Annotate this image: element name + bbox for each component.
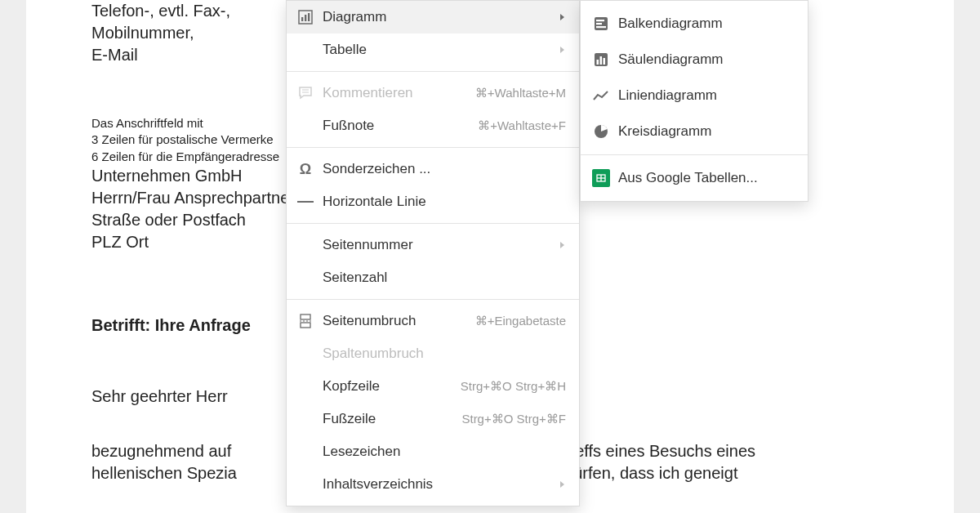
menu-label: Fußnote bbox=[323, 118, 468, 134]
insert-menu: Diagramm Tabelle Kommentieren ⌘+Wahltast… bbox=[286, 0, 580, 506]
menu-item-tabelle[interactable]: Tabelle bbox=[287, 33, 579, 66]
menu-item-seitenzahl[interactable]: Seitenzahl bbox=[287, 261, 579, 294]
submenu-item-balkendiagramm[interactable]: Balkendiagramm bbox=[581, 6, 808, 42]
svg-rect-1 bbox=[301, 17, 303, 21]
menu-label: Seitenumbruch bbox=[323, 313, 466, 329]
menu-label: Säulendiagramm bbox=[618, 51, 791, 68]
submenu-item-liniendiagramm[interactable]: Liniendiagramm bbox=[581, 78, 808, 114]
svg-rect-7 bbox=[301, 314, 310, 319]
menu-separator bbox=[287, 223, 579, 224]
menu-label: Horizontale Linie bbox=[323, 194, 566, 210]
blank-icon bbox=[296, 475, 314, 493]
horizontal-line-icon bbox=[296, 193, 314, 211]
menu-shortcut: ⌘+Wahltaste+M bbox=[475, 86, 566, 100]
menu-label: Liniendiagramm bbox=[618, 87, 791, 104]
svg-rect-15 bbox=[597, 60, 599, 65]
menu-label: Sonderzeichen ... bbox=[323, 161, 566, 177]
blank-icon bbox=[296, 410, 314, 428]
svg-rect-3 bbox=[308, 13, 310, 21]
menu-label: Diagramm bbox=[323, 9, 550, 25]
blank-icon bbox=[296, 269, 314, 287]
menu-item-lesezeichen[interactable]: Lesezeichen bbox=[287, 435, 579, 468]
menu-item-fusszeile[interactable]: Fußzeile Strg+⌘O Strg+⌘F bbox=[287, 403, 579, 435]
svg-rect-12 bbox=[596, 23, 602, 25]
bar-chart-horizontal-icon bbox=[592, 15, 610, 33]
column-chart-icon bbox=[592, 51, 610, 69]
menu-item-spaltenumbruch: Spaltenumbruch bbox=[287, 337, 579, 370]
submenu-item-google-tabellen[interactable]: Aus Google Tabellen... bbox=[581, 160, 808, 196]
svg-rect-8 bbox=[301, 323, 310, 328]
menu-label: Seitenzahl bbox=[323, 270, 566, 286]
menu-item-kommentieren: Kommentieren ⌘+Wahltaste+M bbox=[287, 77, 579, 109]
submenu-arrow-icon bbox=[559, 241, 566, 249]
menu-label: Balkendiagramm bbox=[618, 16, 791, 32]
submenu-arrow-icon bbox=[559, 480, 566, 488]
menu-item-kopfzeile[interactable]: Kopfzeile Strg+⌘O Strg+⌘H bbox=[287, 370, 579, 403]
svg-rect-2 bbox=[305, 15, 306, 21]
menu-item-diagramm[interactable]: Diagramm bbox=[287, 1, 579, 33]
menu-label: Fußzeile bbox=[323, 411, 452, 427]
submenu-arrow-icon bbox=[559, 46, 566, 54]
menu-shortcut: Strg+⌘O Strg+⌘F bbox=[461, 412, 566, 426]
menu-item-seitennummer[interactable]: Seitennummer bbox=[287, 229, 579, 261]
menu-label: Kommentieren bbox=[323, 85, 466, 101]
svg-rect-16 bbox=[600, 56, 603, 65]
blank-icon bbox=[296, 117, 314, 135]
menu-label: Aus Google Tabellen... bbox=[618, 170, 791, 186]
diagramm-submenu: Balkendiagramm Säulendiagramm Liniendiag… bbox=[580, 0, 808, 202]
pie-chart-icon bbox=[592, 123, 610, 141]
google-sheets-icon bbox=[592, 169, 610, 187]
menu-item-sonderzeichen[interactable]: Ω Sonderzeichen ... bbox=[287, 153, 579, 185]
menu-label: Kreisdiagramm bbox=[618, 123, 791, 140]
chart-icon bbox=[296, 8, 314, 26]
menu-label: Seitennummer bbox=[323, 237, 550, 253]
menu-item-inhaltsverzeichnis[interactable]: Inhaltsverzeichnis bbox=[287, 468, 579, 501]
omega-icon: Ω bbox=[296, 160, 314, 178]
svg-rect-13 bbox=[596, 26, 606, 28]
menu-shortcut: Strg+⌘O Strg+⌘H bbox=[461, 379, 566, 394]
menu-label: Kopfzeile bbox=[323, 378, 451, 395]
menu-item-seitenumbruch[interactable]: Seitenumbruch ⌘+Eingabetaste bbox=[287, 305, 579, 337]
menu-separator bbox=[287, 71, 579, 72]
menu-item-fussnote[interactable]: Fußnote ⌘+Wahltaste+F bbox=[287, 109, 579, 142]
submenu-item-kreisdiagramm[interactable]: Kreisdiagramm bbox=[581, 114, 808, 149]
menu-label: Inhaltsverzeichnis bbox=[323, 476, 550, 493]
blank-icon bbox=[296, 443, 314, 461]
menu-shortcut: ⌘+Wahltaste+F bbox=[478, 118, 566, 133]
comment-icon bbox=[296, 84, 314, 102]
line-chart-icon bbox=[592, 87, 610, 105]
page-break-icon bbox=[296, 312, 314, 330]
blank-icon bbox=[296, 345, 314, 363]
menu-label: Spaltenumbruch bbox=[323, 346, 566, 362]
menu-separator bbox=[581, 154, 808, 155]
menu-label: Tabelle bbox=[323, 42, 550, 58]
blank-icon bbox=[296, 377, 314, 395]
svg-rect-11 bbox=[596, 20, 604, 21]
menu-item-horizontale-linie[interactable]: Horizontale Linie bbox=[287, 185, 579, 218]
blank-icon bbox=[296, 41, 314, 59]
blank-icon bbox=[296, 236, 314, 254]
submenu-arrow-icon bbox=[559, 13, 566, 21]
menu-separator bbox=[287, 299, 579, 300]
svg-rect-17 bbox=[604, 58, 606, 65]
menu-separator bbox=[287, 147, 579, 148]
menu-label: Lesezeichen bbox=[323, 444, 566, 460]
menu-shortcut: ⌘+Eingabetaste bbox=[475, 314, 566, 328]
submenu-item-saeulendiagramm[interactable]: Säulendiagramm bbox=[581, 42, 808, 78]
